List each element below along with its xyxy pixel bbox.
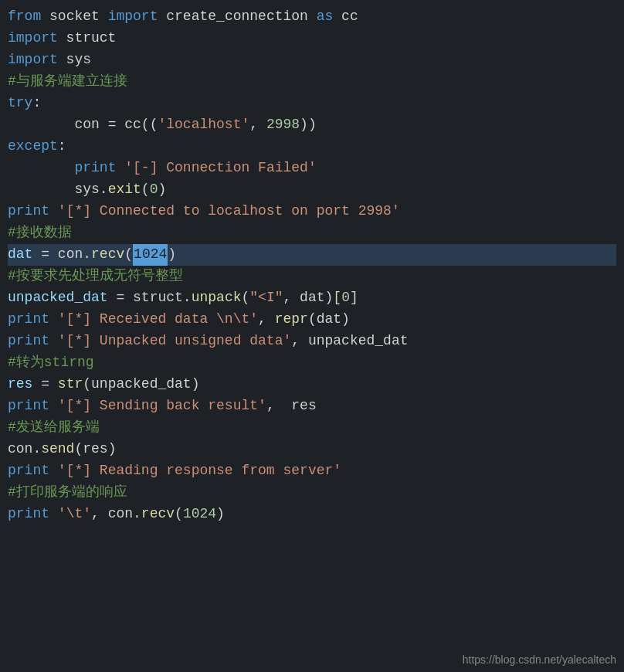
- code-line-3: import sys: [8, 49, 616, 71]
- code-line-13: #按要求先处理成无符号整型: [8, 266, 616, 287]
- code-line-2: import struct: [8, 28, 616, 49]
- code-line-18: res = str(unpacked_dat): [8, 374, 616, 395]
- code-line-24: print '\t', con.recv(1024): [8, 504, 616, 525]
- keyword-from: from: [8, 6, 41, 28]
- code-line-9: sys.exit(0): [8, 179, 616, 201]
- code-line-5: try:: [8, 93, 616, 114]
- code-line-14: unpacked_dat = struct.unpack("<I", dat)[…: [8, 287, 616, 309]
- code-line-15: print '[*] Received data \n\t', repr(dat…: [8, 309, 616, 331]
- code-line-20: #发送给服务端: [8, 417, 616, 439]
- code-line-10: print '[*] Connected to localhost on por…: [8, 201, 616, 222]
- code-line-1: from socket import create_connection as …: [8, 6, 616, 28]
- code-line-22: print '[*] Reading response from server': [8, 460, 616, 482]
- code-editor: from socket import create_connection as …: [0, 0, 624, 672]
- code-line-12: dat = con.recv(1024): [8, 244, 616, 266]
- code-line-4: #与服务端建立连接: [8, 71, 616, 93]
- code-line-11: #接收数据: [8, 222, 616, 244]
- code-line-19: print '[*] Sending back result', res: [8, 395, 616, 417]
- code-line-6: con = cc(('localhost', 2998)): [8, 114, 616, 136]
- code-line-8: print '[-] Connection Failed': [8, 158, 616, 179]
- code-line-23: #打印服务端的响应: [8, 482, 616, 504]
- code-line-7: except:: [8, 136, 616, 158]
- code-line-17: #转为stirng: [8, 352, 616, 374]
- code-line-16: print '[*] Unpacked unsigned data', unpa…: [8, 331, 616, 352]
- code-line-21: con.send(res): [8, 439, 616, 460]
- watermark: https://blog.csdn.net/yalecaltech: [463, 653, 616, 666]
